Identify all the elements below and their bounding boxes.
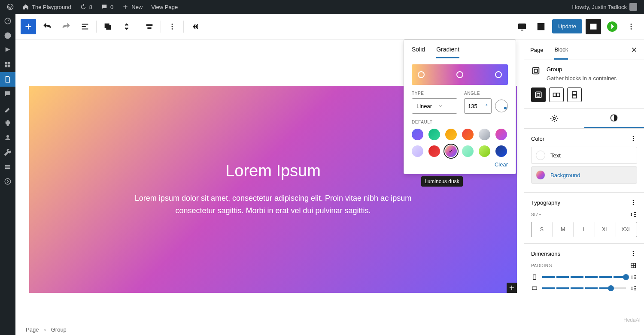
typography-options-button[interactable] bbox=[629, 199, 637, 206]
padding-slider-1[interactable] bbox=[542, 276, 626, 278]
dimensions-panel-title: Dimensions bbox=[531, 250, 560, 257]
heading-block[interactable]: Lorem Ipsum bbox=[225, 162, 321, 180]
menu-comments[interactable] bbox=[0, 87, 15, 101]
menu-plugins[interactable] bbox=[0, 116, 15, 130]
font-size-xxl[interactable]: XXL bbox=[616, 222, 637, 237]
page-tab[interactable]: Page bbox=[530, 40, 543, 59]
howdy-user[interactable]: Howdy, Justin Tadlock bbox=[569, 0, 641, 14]
gradient-tab[interactable]: Gradient bbox=[436, 46, 459, 58]
svg-rect-9 bbox=[106, 25, 110, 29]
padding-unlink-button[interactable] bbox=[629, 262, 637, 269]
gradient-swatch[interactable] bbox=[495, 145, 507, 157]
breadcrumb-item[interactable]: Page bbox=[26, 326, 39, 333]
menu-pages[interactable] bbox=[0, 72, 15, 87]
more-options-button[interactable] bbox=[623, 19, 639, 34]
svg-point-31 bbox=[633, 136, 634, 137]
padding-slider-2[interactable] bbox=[542, 287, 626, 289]
svg-point-19 bbox=[631, 26, 632, 27]
clear-button[interactable]: Clear bbox=[495, 161, 508, 168]
paragraph-block[interactable]: Lorem ipsum dolor sit amet, consectetur … bbox=[123, 192, 423, 217]
svg-rect-15 bbox=[519, 24, 526, 28]
update-button[interactable]: Update bbox=[552, 19, 582, 33]
svg-point-20 bbox=[631, 28, 632, 30]
gradient-swatch[interactable] bbox=[462, 145, 474, 157]
menu-jetpack[interactable] bbox=[0, 28, 15, 43]
updates[interactable]: 8 bbox=[76, 0, 96, 14]
menu-posts[interactable] bbox=[0, 43, 15, 57]
document-overview-button[interactable] bbox=[77, 19, 93, 34]
block-options-button[interactable] bbox=[164, 19, 180, 34]
text-color-row[interactable]: Text bbox=[531, 147, 637, 164]
gradient-swatch[interactable] bbox=[462, 129, 474, 140]
svg-point-29 bbox=[553, 118, 555, 120]
undo-button[interactable] bbox=[39, 19, 55, 34]
font-size-l[interactable]: L bbox=[574, 222, 595, 237]
close-sidebar-button[interactable] bbox=[630, 46, 638, 54]
gradient-type-select[interactable]: Linear bbox=[412, 98, 457, 114]
gradient-swatch[interactable] bbox=[495, 129, 507, 140]
wp-logo[interactable] bbox=[3, 0, 17, 14]
menu-media[interactable] bbox=[0, 57, 15, 72]
group-variation-default[interactable] bbox=[531, 88, 546, 102]
background-color-row[interactable]: Background bbox=[531, 166, 637, 184]
view-page[interactable]: View Page bbox=[148, 0, 181, 14]
svg-point-33 bbox=[633, 140, 634, 141]
site-home[interactable]: The Playground bbox=[19, 0, 75, 14]
redo-button[interactable] bbox=[58, 19, 74, 34]
slider-settings-icon[interactable] bbox=[630, 274, 637, 281]
gradient-swatch[interactable] bbox=[445, 145, 457, 157]
menu-collapse[interactable] bbox=[0, 174, 15, 189]
group-variation-stack[interactable] bbox=[567, 88, 582, 102]
append-block-button[interactable] bbox=[507, 283, 517, 293]
comments[interactable]: 0 bbox=[97, 0, 117, 14]
gradient-swatch[interactable] bbox=[479, 129, 490, 140]
angle-wheel[interactable] bbox=[495, 100, 508, 112]
add-block-button[interactable] bbox=[21, 19, 36, 34]
collapse-toolbar-button[interactable] bbox=[187, 19, 203, 34]
gradient-swatch[interactable] bbox=[428, 129, 440, 140]
solid-tab[interactable]: Solid bbox=[412, 46, 425, 58]
gradient-stop[interactable] bbox=[418, 71, 425, 78]
font-size-m[interactable]: M bbox=[553, 222, 574, 237]
group-variation-row[interactable] bbox=[549, 88, 564, 102]
view-page-button[interactable] bbox=[533, 19, 549, 34]
gradient-stop[interactable] bbox=[456, 71, 463, 78]
breadcrumb-item[interactable]: Group bbox=[51, 326, 67, 333]
block-copy-button[interactable] bbox=[100, 19, 115, 34]
size-custom-button[interactable] bbox=[629, 211, 637, 218]
device-preview-button[interactable] bbox=[514, 19, 530, 34]
svg-rect-41 bbox=[533, 275, 536, 280]
menu-settings[interactable] bbox=[0, 160, 15, 174]
styles-subtab[interactable] bbox=[584, 109, 644, 128]
menu-users[interactable] bbox=[0, 130, 15, 145]
gradient-swatch[interactable] bbox=[479, 145, 490, 157]
editor-canvas[interactable]: Lorem Ipsum Lorem ipsum dolor sit amet, … bbox=[15, 39, 524, 335]
gradient-swatch[interactable] bbox=[412, 145, 423, 157]
font-size-xl[interactable]: XL bbox=[595, 222, 616, 237]
new-content[interactable]: New bbox=[118, 0, 146, 14]
align-button[interactable] bbox=[142, 19, 157, 34]
svg-point-18 bbox=[631, 24, 632, 25]
gradient-swatch[interactable] bbox=[445, 129, 457, 140]
background-color-swatch bbox=[536, 170, 545, 180]
svg-point-39 bbox=[633, 255, 634, 256]
dimensions-options-button[interactable] bbox=[629, 250, 637, 257]
block-tab[interactable]: Block bbox=[554, 40, 568, 60]
move-buttons[interactable] bbox=[119, 19, 134, 34]
angle-input[interactable]: 135° bbox=[464, 98, 492, 114]
color-options-button[interactable] bbox=[629, 135, 637, 142]
gradient-preview[interactable] bbox=[412, 64, 508, 85]
block-title: Group bbox=[547, 66, 617, 72]
menu-dashboard[interactable] bbox=[0, 14, 15, 28]
jetpack-button[interactable] bbox=[605, 19, 620, 34]
gradient-stop[interactable] bbox=[495, 71, 502, 78]
gradient-swatch[interactable] bbox=[412, 129, 423, 140]
editor-toolbar: Update bbox=[15, 14, 644, 39]
settings-sidebar-toggle[interactable] bbox=[586, 19, 601, 34]
font-size-s[interactable]: S bbox=[532, 222, 553, 237]
settings-subtab[interactable] bbox=[524, 109, 584, 128]
menu-tools[interactable] bbox=[0, 145, 15, 160]
slider-settings-icon[interactable] bbox=[630, 285, 637, 292]
gradient-swatch[interactable] bbox=[428, 145, 440, 157]
menu-appearance[interactable] bbox=[0, 101, 15, 116]
